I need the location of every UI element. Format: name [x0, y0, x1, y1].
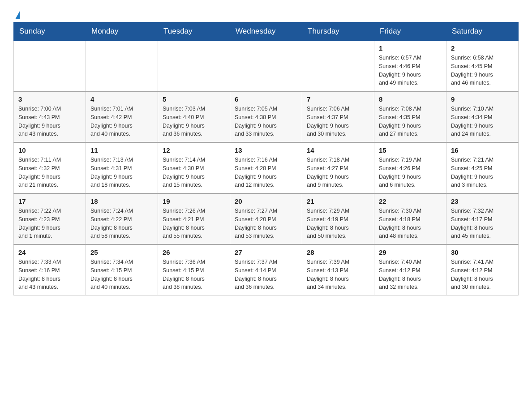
calendar-day: 1Sunrise: 6:57 AM Sunset: 4:46 PM Daylig…	[374, 41, 446, 92]
day-number: 19	[163, 197, 225, 205]
day-info: Sunrise: 7:40 AM Sunset: 4:12 PM Dayligh…	[379, 258, 442, 291]
calendar-week-5: 24Sunrise: 7:33 AM Sunset: 4:16 PM Dayli…	[14, 244, 519, 295]
day-number: 9	[451, 95, 514, 103]
day-info: Sunrise: 7:06 AM Sunset: 4:37 PM Dayligh…	[307, 105, 369, 138]
day-info: Sunrise: 7:37 AM Sunset: 4:14 PM Dayligh…	[235, 258, 297, 291]
calendar-day: 20Sunrise: 7:27 AM Sunset: 4:20 PM Dayli…	[230, 193, 302, 244]
day-info: Sunrise: 6:58 AM Sunset: 4:45 PM Dayligh…	[451, 54, 514, 87]
calendar-day: 23Sunrise: 7:32 AM Sunset: 4:17 PM Dayli…	[446, 193, 519, 244]
day-number: 5	[163, 95, 225, 103]
calendar-day: 9Sunrise: 7:10 AM Sunset: 4:34 PM Daylig…	[446, 91, 519, 142]
day-info: Sunrise: 7:21 AM Sunset: 4:25 PM Dayligh…	[451, 156, 514, 189]
day-number: 8	[379, 95, 442, 103]
day-number: 12	[163, 146, 225, 154]
calendar-day	[302, 41, 374, 92]
day-number: 17	[18, 197, 81, 205]
day-number: 29	[379, 248, 442, 256]
calendar-day: 6Sunrise: 7:05 AM Sunset: 4:38 PM Daylig…	[230, 91, 302, 142]
calendar-day: 13Sunrise: 7:16 AM Sunset: 4:28 PM Dayli…	[230, 142, 302, 193]
calendar-day: 10Sunrise: 7:11 AM Sunset: 4:32 PM Dayli…	[14, 142, 86, 193]
day-info: Sunrise: 7:18 AM Sunset: 4:27 PM Dayligh…	[307, 156, 369, 189]
day-info: Sunrise: 7:34 AM Sunset: 4:15 PM Dayligh…	[90, 258, 153, 291]
calendar-table: SundayMondayTuesdayWednesdayThursdayFrid…	[13, 22, 519, 295]
calendar-day: 19Sunrise: 7:26 AM Sunset: 4:21 PM Dayli…	[158, 193, 230, 244]
calendar-day: 15Sunrise: 7:19 AM Sunset: 4:26 PM Dayli…	[374, 142, 446, 193]
day-number: 1	[379, 44, 442, 52]
day-number: 27	[235, 248, 297, 256]
calendar-week-4: 17Sunrise: 7:22 AM Sunset: 4:23 PM Dayli…	[14, 193, 519, 244]
page-header	[13, 9, 519, 17]
calendar-day: 2Sunrise: 6:58 AM Sunset: 4:45 PM Daylig…	[446, 41, 519, 92]
day-info: Sunrise: 7:13 AM Sunset: 4:31 PM Dayligh…	[90, 156, 153, 189]
day-number: 25	[90, 248, 153, 256]
calendar-day: 22Sunrise: 7:30 AM Sunset: 4:18 PM Dayli…	[374, 193, 446, 244]
calendar-day: 24Sunrise: 7:33 AM Sunset: 4:16 PM Dayli…	[14, 244, 86, 295]
day-info: Sunrise: 7:03 AM Sunset: 4:40 PM Dayligh…	[163, 105, 225, 138]
calendar-day: 28Sunrise: 7:39 AM Sunset: 4:13 PM Dayli…	[302, 244, 374, 295]
calendar-day: 7Sunrise: 7:06 AM Sunset: 4:37 PM Daylig…	[302, 91, 374, 142]
day-info: Sunrise: 7:08 AM Sunset: 4:35 PM Dayligh…	[379, 105, 442, 138]
day-number: 18	[90, 197, 153, 205]
day-info: Sunrise: 7:30 AM Sunset: 4:18 PM Dayligh…	[379, 207, 442, 240]
calendar-day: 17Sunrise: 7:22 AM Sunset: 4:23 PM Dayli…	[14, 193, 86, 244]
day-number: 11	[90, 146, 153, 154]
day-number: 26	[163, 248, 225, 256]
day-number: 16	[451, 146, 514, 154]
weekday-header-sunday: Sunday	[14, 22, 86, 41]
calendar-day: 26Sunrise: 7:36 AM Sunset: 4:15 PM Dayli…	[158, 244, 230, 295]
calendar-day: 12Sunrise: 7:14 AM Sunset: 4:30 PM Dayli…	[158, 142, 230, 193]
day-info: Sunrise: 7:19 AM Sunset: 4:26 PM Dayligh…	[379, 156, 442, 189]
day-number: 23	[451, 197, 514, 205]
day-number: 7	[307, 95, 369, 103]
day-number: 24	[18, 248, 81, 256]
weekday-header-monday: Monday	[86, 22, 158, 41]
calendar-day: 25Sunrise: 7:34 AM Sunset: 4:15 PM Dayli…	[86, 244, 158, 295]
day-info: Sunrise: 7:10 AM Sunset: 4:34 PM Dayligh…	[451, 105, 514, 138]
weekday-header-tuesday: Tuesday	[158, 22, 230, 41]
calendar-day	[14, 41, 86, 92]
calendar-day: 11Sunrise: 7:13 AM Sunset: 4:31 PM Dayli…	[86, 142, 158, 193]
day-info: Sunrise: 7:27 AM Sunset: 4:20 PM Dayligh…	[235, 207, 297, 240]
day-info: Sunrise: 7:41 AM Sunset: 4:12 PM Dayligh…	[451, 258, 514, 291]
weekday-header-wednesday: Wednesday	[230, 22, 302, 41]
day-info: Sunrise: 7:29 AM Sunset: 4:19 PM Dayligh…	[307, 207, 369, 240]
day-info: Sunrise: 7:01 AM Sunset: 4:42 PM Dayligh…	[90, 105, 153, 138]
weekday-header-saturday: Saturday	[446, 22, 519, 41]
calendar-week-1: 1Sunrise: 6:57 AM Sunset: 4:46 PM Daylig…	[14, 41, 519, 92]
day-info: Sunrise: 7:33 AM Sunset: 4:16 PM Dayligh…	[18, 258, 81, 291]
day-info: Sunrise: 7:00 AM Sunset: 4:43 PM Dayligh…	[18, 105, 81, 138]
calendar-day	[158, 41, 230, 92]
day-info: Sunrise: 7:36 AM Sunset: 4:15 PM Dayligh…	[163, 258, 225, 291]
day-number: 28	[307, 248, 369, 256]
calendar-day: 5Sunrise: 7:03 AM Sunset: 4:40 PM Daylig…	[158, 91, 230, 142]
logo-triangle-icon	[15, 11, 20, 19]
logo	[13, 9, 20, 17]
day-number: 6	[235, 95, 297, 103]
calendar-day: 29Sunrise: 7:40 AM Sunset: 4:12 PM Dayli…	[374, 244, 446, 295]
calendar-week-3: 10Sunrise: 7:11 AM Sunset: 4:32 PM Dayli…	[14, 142, 519, 193]
day-number: 21	[307, 197, 369, 205]
calendar-day: 3Sunrise: 7:00 AM Sunset: 4:43 PM Daylig…	[14, 91, 86, 142]
calendar-day	[230, 41, 302, 92]
day-info: Sunrise: 7:39 AM Sunset: 4:13 PM Dayligh…	[307, 258, 369, 291]
calendar-day: 8Sunrise: 7:08 AM Sunset: 4:35 PM Daylig…	[374, 91, 446, 142]
day-info: Sunrise: 7:32 AM Sunset: 4:17 PM Dayligh…	[451, 207, 514, 240]
calendar-day: 16Sunrise: 7:21 AM Sunset: 4:25 PM Dayli…	[446, 142, 519, 193]
day-number: 2	[451, 44, 514, 52]
day-info: Sunrise: 7:14 AM Sunset: 4:30 PM Dayligh…	[163, 156, 225, 189]
day-number: 3	[18, 95, 81, 103]
calendar-day: 14Sunrise: 7:18 AM Sunset: 4:27 PM Dayli…	[302, 142, 374, 193]
calendar-day	[86, 41, 158, 92]
day-number: 14	[307, 146, 369, 154]
day-number: 13	[235, 146, 297, 154]
weekday-header-friday: Friday	[374, 22, 446, 41]
calendar-day: 27Sunrise: 7:37 AM Sunset: 4:14 PM Dayli…	[230, 244, 302, 295]
day-number: 30	[451, 248, 514, 256]
logo-text	[13, 11, 20, 19]
day-number: 22	[379, 197, 442, 205]
weekday-header-row: SundayMondayTuesdayWednesdayThursdayFrid…	[14, 22, 519, 41]
day-info: Sunrise: 7:26 AM Sunset: 4:21 PM Dayligh…	[163, 207, 225, 240]
day-info: Sunrise: 6:57 AM Sunset: 4:46 PM Dayligh…	[379, 54, 442, 87]
day-info: Sunrise: 7:05 AM Sunset: 4:38 PM Dayligh…	[235, 105, 297, 138]
day-number: 10	[18, 146, 81, 154]
